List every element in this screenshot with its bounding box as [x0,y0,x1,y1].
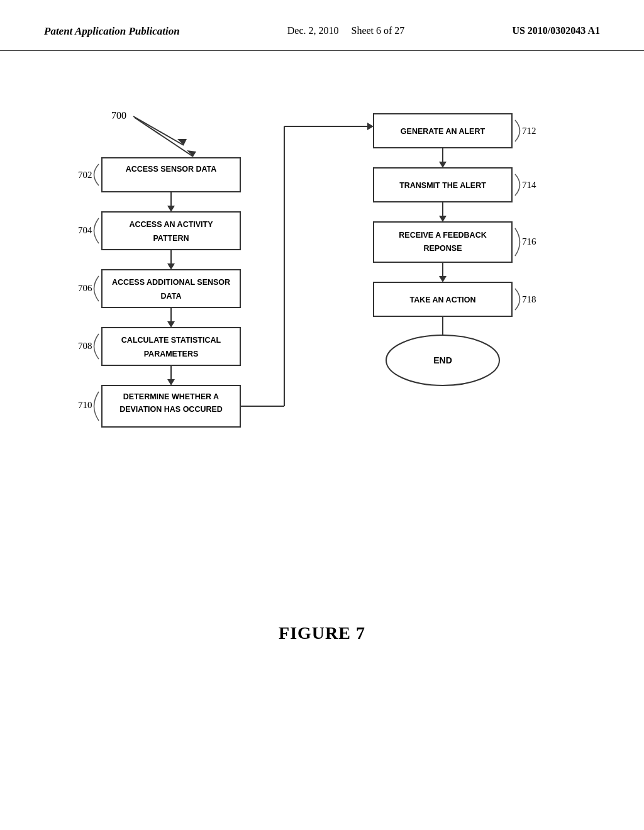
publication-label: Patent Application Publication [44,25,180,38]
svg-text:PATTERN: PATTERN [153,234,189,243]
svg-rect-7 [102,212,240,250]
svg-rect-17 [102,328,240,365]
svg-text:PARAMETERS: PARAMETERS [144,350,199,358]
page: Patent Application Publication Dec. 2, 2… [0,0,644,830]
svg-marker-41 [439,276,447,282]
svg-line-2 [135,118,193,157]
svg-text:ACCESS AN ACTIVITY: ACCESS AN ACTIVITY [129,220,213,229]
svg-marker-16 [167,321,175,328]
svg-text:TRANSMIT THE ALERT: TRANSMIT THE ALERT [399,181,486,190]
date-label: Dec. 2, 2010 [287,25,339,36]
ref-708: 708 [78,341,92,351]
svg-text:DETERMINE WHETHER A: DETERMINE WHETHER A [123,392,219,401]
svg-rect-4 [102,158,240,192]
header: Patent Application Publication Dec. 2, 2… [0,0,644,51]
svg-text:CALCULATE STATISTICAL: CALCULATE STATISTICAL [121,336,221,345]
ref-718: 718 [522,294,536,304]
ref-712: 712 [522,126,536,136]
ref-710: 710 [78,400,92,410]
svg-text:DATA: DATA [161,292,182,301]
end-label: END [433,355,452,365]
svg-marker-11 [167,263,175,270]
svg-line-0 [133,116,184,145]
svg-marker-36 [439,216,447,222]
svg-text:REPONSE: REPONSE [423,244,462,253]
svg-text:GENERATE AN ALERT: GENERATE AN ALERT [401,127,486,136]
svg-text:DEVIATION HAS OCCURED: DEVIATION HAS OCCURED [119,405,223,414]
ref-704: 704 [78,225,92,235]
svg-marker-32 [439,162,447,168]
svg-marker-21 [167,379,175,385]
patent-number: US 2010/0302043 A1 [512,25,600,36]
ref-716: 716 [522,236,536,246]
svg-text:ACCESS ADDITIONAL SENSOR: ACCESS ADDITIONAL SENSOR [112,278,230,287]
ref-714: 714 [522,180,536,190]
svg-marker-6 [167,206,175,212]
svg-rect-37 [374,222,512,262]
sheet-label: Sheet 6 of 27 [351,25,404,36]
ref-702: 702 [78,170,92,180]
content-area: 700 ACCESS SENSOR DATA 702 ACCESS AN ACT… [0,51,644,668]
svg-rect-12 [102,270,240,307]
svg-text:TAKE AN ACTION: TAKE AN ACTION [409,296,475,304]
ref-700-label: 700 [111,110,126,121]
flowchart-diagram: 700 ACCESS SENSOR DATA 702 ACCESS AN ACT… [52,89,592,604]
header-center: Dec. 2, 2010 Sheet 6 of 27 [287,25,405,36]
box-702-label: ACCESS SENSOR DATA [126,165,217,174]
svg-marker-28 [367,123,374,130]
figure-caption: FIGURE 7 [279,623,365,643]
ref-706: 706 [78,283,92,293]
svg-text:RECEIVE A FEEDBACK: RECEIVE A FEEDBACK [399,231,486,240]
